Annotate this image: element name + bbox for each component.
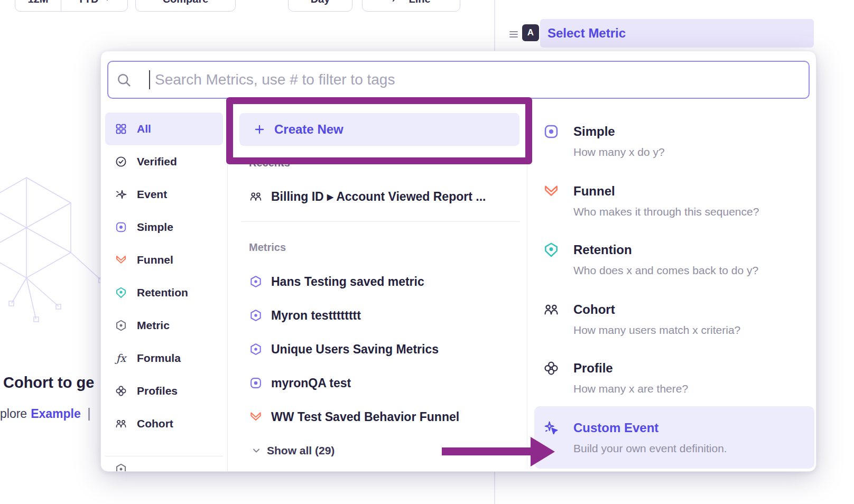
cohort-people-icon [115, 417, 127, 430]
metric-picker-modal: All Verified Event Simple Funnel Retenti… [100, 51, 816, 472]
sidebar-label: Event [137, 188, 167, 201]
funnel-icon [115, 254, 127, 266]
sidebar-item-formula[interactable]: ƒx Formula [105, 342, 223, 375]
metric-item[interactable]: WW Test Saved Behavior Funnel [249, 401, 459, 433]
create-new-button[interactable]: Create New [239, 113, 519, 146]
profiles-flower-icon [115, 385, 127, 397]
sidebar-item-retention[interactable]: Retention [105, 276, 223, 309]
interval-label: Day [311, 0, 330, 5]
sidebar-item-all[interactable]: All [105, 113, 223, 145]
simple-icon [543, 123, 560, 140]
chevron-down-icon [251, 445, 262, 456]
range-ytd-dropdown[interactable]: YTD [61, 0, 127, 11]
sidebar-item-profiles[interactable]: Profiles [105, 375, 223, 407]
recents-header: Recents [249, 157, 290, 169]
type-title: Retention [573, 241, 758, 258]
custom-event-icon [543, 419, 560, 436]
sidebar-item-simple[interactable]: Simple [105, 211, 223, 244]
cohort-people-icon [543, 301, 560, 318]
type-cohort[interactable]: Cohort How many users match x criteria? [543, 301, 810, 337]
sidebar-item-metric[interactable]: Metric [105, 309, 223, 342]
sidebar-label: Profiles [137, 385, 178, 397]
show-all-label: Show all (29) [267, 444, 335, 457]
sidebar-item-verified[interactable]: Verified [105, 145, 223, 178]
sidebar-label: All [137, 123, 151, 135]
chart-type-label: Line [409, 0, 430, 5]
category-sidebar: All Verified Event Simple Funnel Retenti… [101, 108, 228, 472]
compare-button[interactable]: Compare [135, 0, 236, 12]
create-new-label: Create New [274, 122, 344, 137]
type-profile[interactable]: Profile How many x are there? [543, 360, 810, 396]
type-title: Custom Event [573, 419, 727, 436]
sidebar-divider [105, 456, 223, 456]
range-ytd-label: YTD [78, 0, 99, 5]
type-title: Cohort [573, 301, 740, 318]
chevron-down-icon [103, 0, 112, 3]
metric-hexagon-icon [249, 309, 263, 322]
type-retention[interactable]: Retention Who does x and comes back to d… [543, 241, 810, 277]
explore-text-fragment: plore [0, 407, 27, 421]
metric-item-label: Myron testttttttt [271, 309, 361, 323]
interval-day-button[interactable]: Day [288, 0, 352, 12]
recent-item-billing[interactable]: Billing ID ▸ Account Viewed Report ... [249, 184, 486, 209]
profiles-flower-icon [543, 360, 560, 377]
metric-hexagon-icon [249, 342, 263, 356]
formula-icon: ƒx [115, 352, 127, 365]
sidebar-label: Retention [137, 286, 188, 299]
app-root: 12M YTD Compare Day Line A Select Metric [0, 0, 854, 504]
metric-item[interactable]: Hans Testing saved metric [249, 266, 424, 297]
type-description: Who makes it through this sequence? [573, 205, 759, 219]
empty-state-subtext: plore Example [0, 407, 90, 421]
range-12m-label: 12M [28, 0, 49, 5]
type-funnel[interactable]: Funnel Who makes it through this sequenc… [543, 183, 810, 219]
sidebar-label: Formula [137, 352, 181, 365]
sidebar-label: Cohort [137, 417, 173, 430]
type-title: Profile [573, 360, 688, 377]
chart-type-line-button[interactable]: Line [362, 0, 460, 12]
type-description: Who does x and comes back to do y? [573, 264, 758, 277]
empty-state-headline: Cohort to ge [3, 374, 94, 391]
wireframe-illustration [0, 168, 114, 342]
retention-icon [115, 286, 127, 299]
metric-hexagon-icon [115, 319, 127, 332]
metric-item[interactable]: Unique Users Saving Metrics [249, 333, 439, 365]
metric-item[interactable]: myronQA test [249, 367, 351, 399]
select-metric-field[interactable]: Select Metric [540, 19, 814, 48]
show-all-button[interactable]: Show all (29) [251, 440, 335, 461]
sidebar-label: Funnel [137, 254, 173, 266]
simple-icon [115, 221, 127, 234]
type-title: Simple [573, 123, 665, 140]
text-divider-bar [88, 408, 90, 421]
retention-icon [543, 241, 560, 258]
type-simple[interactable]: Simple How many x do y? [543, 123, 810, 159]
series-a-badge: A [522, 24, 539, 41]
metric-hexagon-icon [249, 275, 263, 288]
type-description: How many x do y? [573, 145, 665, 159]
type-custom-event[interactable]: Custom Event Build your own event defini… [543, 419, 810, 455]
drag-handle-icon[interactable] [507, 27, 520, 40]
grid-icon [115, 123, 127, 135]
search-input[interactable] [107, 61, 810, 99]
metric-item-label: WW Test Saved Behavior Funnel [271, 410, 459, 424]
type-description: How many x are there? [573, 382, 688, 396]
metric-hexagon-icon [115, 463, 127, 472]
range-12m-button[interactable]: 12M [15, 0, 61, 11]
sidebar-label: Simple [137, 221, 173, 234]
line-chart-icon [392, 0, 403, 5]
series-a-label: A [527, 27, 534, 38]
metrics-header: Metrics [249, 241, 286, 254]
sidebar-item-event[interactable]: Event [105, 178, 223, 211]
search-box [107, 61, 810, 99]
type-title: Funnel [573, 183, 759, 200]
example-link[interactable]: Example [31, 407, 81, 421]
sidebar-label: Metric [137, 319, 170, 332]
select-metric-label: Select Metric [547, 26, 626, 41]
compare-label: Compare [163, 0, 209, 5]
metric-item-label: Unique Users Saving Metrics [271, 342, 439, 357]
metric-item[interactable]: Myron testttttttt [249, 300, 361, 331]
event-spark-icon [115, 188, 127, 201]
sidebar-item-funnel[interactable]: Funnel [105, 244, 223, 276]
sidebar-item-partial[interactable] [101, 463, 227, 472]
type-description: How many users match x criteria? [573, 323, 740, 337]
sidebar-item-cohort[interactable]: Cohort [105, 407, 223, 440]
